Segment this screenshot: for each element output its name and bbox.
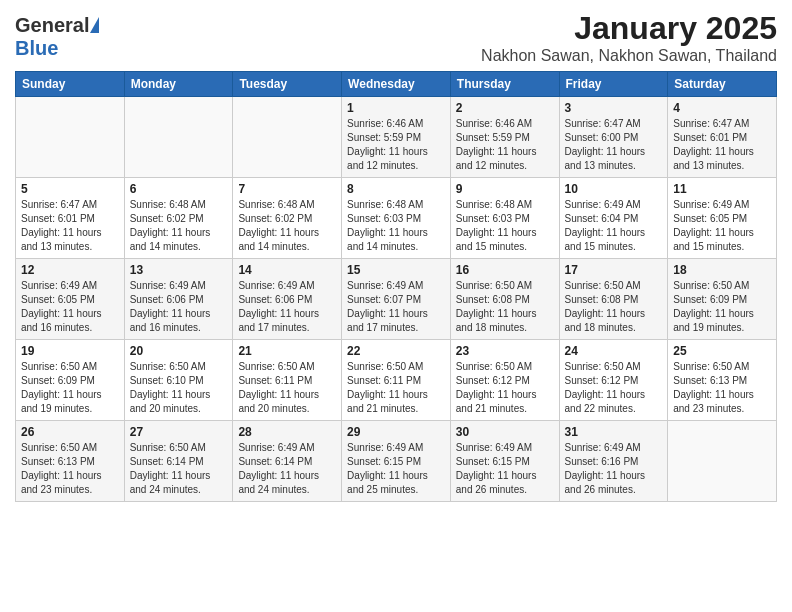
day-info: Sunrise: 6:50 AM Sunset: 6:11 PM Dayligh… (238, 360, 336, 416)
week-row-4: 19Sunrise: 6:50 AM Sunset: 6:09 PM Dayli… (16, 340, 777, 421)
logo-general: General (15, 14, 89, 37)
day-number: 18 (673, 263, 771, 277)
calendar-cell: 12Sunrise: 6:49 AM Sunset: 6:05 PM Dayli… (16, 259, 125, 340)
calendar-cell (668, 421, 777, 502)
month-title: January 2025 (481, 10, 777, 47)
logo-triangle-icon (90, 17, 99, 33)
title-area: January 2025 Nakhon Sawan, Nakhon Sawan,… (481, 10, 777, 65)
calendar-cell: 20Sunrise: 6:50 AM Sunset: 6:10 PM Dayli… (124, 340, 233, 421)
day-number: 26 (21, 425, 119, 439)
calendar-cell: 5Sunrise: 6:47 AM Sunset: 6:01 PM Daylig… (16, 178, 125, 259)
day-info: Sunrise: 6:50 AM Sunset: 6:13 PM Dayligh… (21, 441, 119, 497)
calendar-cell: 30Sunrise: 6:49 AM Sunset: 6:15 PM Dayli… (450, 421, 559, 502)
day-number: 19 (21, 344, 119, 358)
day-number: 17 (565, 263, 663, 277)
calendar-cell (233, 97, 342, 178)
day-info: Sunrise: 6:50 AM Sunset: 6:08 PM Dayligh… (456, 279, 554, 335)
day-info: Sunrise: 6:48 AM Sunset: 6:03 PM Dayligh… (347, 198, 445, 254)
header: General Blue January 2025 Nakhon Sawan, … (15, 10, 777, 65)
day-number: 24 (565, 344, 663, 358)
calendar-cell: 17Sunrise: 6:50 AM Sunset: 6:08 PM Dayli… (559, 259, 668, 340)
day-info: Sunrise: 6:50 AM Sunset: 6:08 PM Dayligh… (565, 279, 663, 335)
day-info: Sunrise: 6:50 AM Sunset: 6:12 PM Dayligh… (565, 360, 663, 416)
day-info: Sunrise: 6:46 AM Sunset: 5:59 PM Dayligh… (456, 117, 554, 173)
day-number: 14 (238, 263, 336, 277)
calendar-cell: 1Sunrise: 6:46 AM Sunset: 5:59 PM Daylig… (342, 97, 451, 178)
day-number: 7 (238, 182, 336, 196)
calendar-cell: 22Sunrise: 6:50 AM Sunset: 6:11 PM Dayli… (342, 340, 451, 421)
calendar-cell: 4Sunrise: 6:47 AM Sunset: 6:01 PM Daylig… (668, 97, 777, 178)
calendar-cell: 26Sunrise: 6:50 AM Sunset: 6:13 PM Dayli… (16, 421, 125, 502)
day-info: Sunrise: 6:49 AM Sunset: 6:06 PM Dayligh… (238, 279, 336, 335)
day-number: 21 (238, 344, 336, 358)
calendar-cell: 13Sunrise: 6:49 AM Sunset: 6:06 PM Dayli… (124, 259, 233, 340)
calendar-cell (16, 97, 125, 178)
week-row-3: 12Sunrise: 6:49 AM Sunset: 6:05 PM Dayli… (16, 259, 777, 340)
weekday-thursday: Thursday (450, 72, 559, 97)
week-row-5: 26Sunrise: 6:50 AM Sunset: 6:13 PM Dayli… (16, 421, 777, 502)
day-info: Sunrise: 6:50 AM Sunset: 6:09 PM Dayligh… (21, 360, 119, 416)
day-number: 9 (456, 182, 554, 196)
day-info: Sunrise: 6:49 AM Sunset: 6:16 PM Dayligh… (565, 441, 663, 497)
day-number: 6 (130, 182, 228, 196)
day-info: Sunrise: 6:47 AM Sunset: 6:01 PM Dayligh… (21, 198, 119, 254)
day-info: Sunrise: 6:50 AM Sunset: 6:09 PM Dayligh… (673, 279, 771, 335)
day-number: 23 (456, 344, 554, 358)
day-number: 27 (130, 425, 228, 439)
day-info: Sunrise: 6:50 AM Sunset: 6:14 PM Dayligh… (130, 441, 228, 497)
calendar-cell: 24Sunrise: 6:50 AM Sunset: 6:12 PM Dayli… (559, 340, 668, 421)
weekday-wednesday: Wednesday (342, 72, 451, 97)
calendar-cell: 3Sunrise: 6:47 AM Sunset: 6:00 PM Daylig… (559, 97, 668, 178)
calendar-cell: 31Sunrise: 6:49 AM Sunset: 6:16 PM Dayli… (559, 421, 668, 502)
day-info: Sunrise: 6:50 AM Sunset: 6:11 PM Dayligh… (347, 360, 445, 416)
day-info: Sunrise: 6:48 AM Sunset: 6:02 PM Dayligh… (238, 198, 336, 254)
weekday-friday: Friday (559, 72, 668, 97)
logo: General Blue (15, 14, 99, 60)
day-number: 22 (347, 344, 445, 358)
day-info: Sunrise: 6:49 AM Sunset: 6:07 PM Dayligh… (347, 279, 445, 335)
day-number: 4 (673, 101, 771, 115)
weekday-saturday: Saturday (668, 72, 777, 97)
day-number: 2 (456, 101, 554, 115)
day-number: 3 (565, 101, 663, 115)
weekday-monday: Monday (124, 72, 233, 97)
calendar-table: SundayMondayTuesdayWednesdayThursdayFrid… (15, 71, 777, 502)
day-number: 25 (673, 344, 771, 358)
calendar-cell: 29Sunrise: 6:49 AM Sunset: 6:15 PM Dayli… (342, 421, 451, 502)
day-number: 5 (21, 182, 119, 196)
day-number: 8 (347, 182, 445, 196)
day-info: Sunrise: 6:47 AM Sunset: 6:00 PM Dayligh… (565, 117, 663, 173)
day-number: 30 (456, 425, 554, 439)
calendar-cell: 2Sunrise: 6:46 AM Sunset: 5:59 PM Daylig… (450, 97, 559, 178)
day-number: 1 (347, 101, 445, 115)
calendar-cell: 14Sunrise: 6:49 AM Sunset: 6:06 PM Dayli… (233, 259, 342, 340)
week-row-1: 1Sunrise: 6:46 AM Sunset: 5:59 PM Daylig… (16, 97, 777, 178)
calendar-cell: 8Sunrise: 6:48 AM Sunset: 6:03 PM Daylig… (342, 178, 451, 259)
calendar-cell: 9Sunrise: 6:48 AM Sunset: 6:03 PM Daylig… (450, 178, 559, 259)
calendar-cell: 15Sunrise: 6:49 AM Sunset: 6:07 PM Dayli… (342, 259, 451, 340)
day-info: Sunrise: 6:48 AM Sunset: 6:02 PM Dayligh… (130, 198, 228, 254)
calendar-cell: 27Sunrise: 6:50 AM Sunset: 6:14 PM Dayli… (124, 421, 233, 502)
day-number: 31 (565, 425, 663, 439)
day-info: Sunrise: 6:49 AM Sunset: 6:14 PM Dayligh… (238, 441, 336, 497)
day-info: Sunrise: 6:50 AM Sunset: 6:13 PM Dayligh… (673, 360, 771, 416)
day-info: Sunrise: 6:48 AM Sunset: 6:03 PM Dayligh… (456, 198, 554, 254)
day-number: 10 (565, 182, 663, 196)
day-info: Sunrise: 6:49 AM Sunset: 6:05 PM Dayligh… (673, 198, 771, 254)
logo-blue: Blue (15, 37, 58, 59)
calendar-cell: 28Sunrise: 6:49 AM Sunset: 6:14 PM Dayli… (233, 421, 342, 502)
calendar-cell: 25Sunrise: 6:50 AM Sunset: 6:13 PM Dayli… (668, 340, 777, 421)
day-info: Sunrise: 6:49 AM Sunset: 6:15 PM Dayligh… (347, 441, 445, 497)
day-info: Sunrise: 6:47 AM Sunset: 6:01 PM Dayligh… (673, 117, 771, 173)
day-info: Sunrise: 6:49 AM Sunset: 6:05 PM Dayligh… (21, 279, 119, 335)
weekday-tuesday: Tuesday (233, 72, 342, 97)
day-info: Sunrise: 6:50 AM Sunset: 6:12 PM Dayligh… (456, 360, 554, 416)
day-number: 16 (456, 263, 554, 277)
location-title: Nakhon Sawan, Nakhon Sawan, Thailand (481, 47, 777, 65)
calendar-cell: 21Sunrise: 6:50 AM Sunset: 6:11 PM Dayli… (233, 340, 342, 421)
day-number: 11 (673, 182, 771, 196)
calendar-cell: 11Sunrise: 6:49 AM Sunset: 6:05 PM Dayli… (668, 178, 777, 259)
weekday-sunday: Sunday (16, 72, 125, 97)
day-number: 15 (347, 263, 445, 277)
calendar-cell: 16Sunrise: 6:50 AM Sunset: 6:08 PM Dayli… (450, 259, 559, 340)
